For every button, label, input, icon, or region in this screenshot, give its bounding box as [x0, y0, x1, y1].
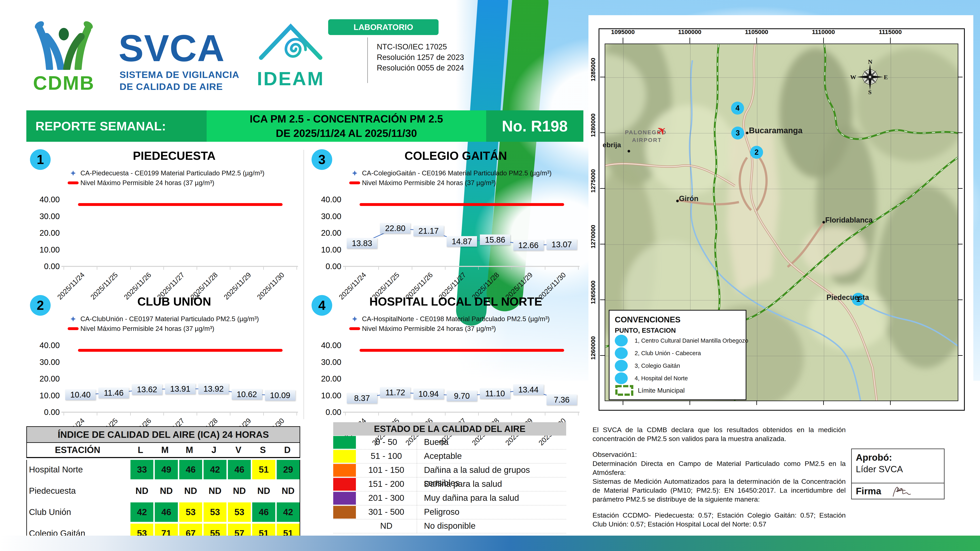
x-axis-tick — [230, 267, 230, 270]
estado-row: 201 - 300Muy dañina para la salud — [333, 491, 566, 505]
estado-label: No disponible — [417, 519, 566, 533]
ica-value-cell: ND — [155, 481, 178, 500]
estado-label: Aceptable — [417, 449, 566, 463]
y-axis-label: 10.00 — [309, 245, 341, 254]
ica-value-cell: ND — [204, 481, 226, 500]
estado-row: NDNo disponible — [333, 519, 566, 534]
map-y-tick — [958, 355, 963, 356]
data-label: 11.72 — [380, 387, 410, 398]
ica-table-body: Hospital Norte33494642465129PiedecuestaN… — [26, 460, 300, 545]
map-x-tick — [890, 400, 891, 405]
ica-value-cell: 42 — [204, 460, 226, 479]
map-y-tick — [600, 355, 605, 356]
estado-range: 0 - 50 — [356, 435, 417, 449]
cdmb-wordmark: CDMB — [30, 72, 97, 94]
map-y-tick — [958, 77, 963, 77]
report-page: CDMB SVCA SISTEMA DE VIGILANCIA DE CALID… — [0, 0, 980, 551]
observation-line2: Sistemas de Medición Automatizados para … — [592, 477, 846, 504]
chart-piedecuesta: 1 PIEDECUESTA CA-Piedecuesta - CE0199 Ma… — [26, 149, 300, 291]
ica-table-row: Hospital Norte33494642465129 — [27, 460, 299, 479]
ica-station-name: Hospital Norte — [27, 460, 129, 479]
y-axis-label: 20.00 — [27, 374, 60, 383]
legend-station-item: 1, Centro Cultural Daniel Mantilla Orbeg… — [615, 335, 748, 347]
data-label: 13.07 — [547, 239, 577, 250]
ica-value-cell: 29 — [277, 460, 299, 479]
map-place-label: Bucaramanga — [749, 126, 803, 135]
x-axis-tick — [230, 413, 230, 416]
ica-value-cell: 53 — [204, 502, 226, 522]
ica-value-cell: ND — [179, 481, 202, 500]
map-legend-subtitle: PUNTO, ESTACION — [609, 324, 746, 334]
map-y-axis-label: 1270000 — [590, 240, 597, 248]
estado-color-swatch — [333, 506, 356, 519]
ideam-logo-icon — [256, 21, 325, 67]
ica-table-row: PiedecuestaNDNDNDNDNDNDND — [27, 481, 299, 500]
station-number-badge: 1 — [30, 149, 51, 170]
series-legend-label: CA-Piedecuesta - CE0199 Material Particu… — [80, 169, 264, 177]
ica-table-title: ÍNDICE DE CALIDAD DEL AIRE (ICA) 24 HORA… — [26, 426, 300, 443]
map-place-label: Floridablanca — [825, 216, 873, 224]
threshold-legend-label: Nivel Máximo Permisible 24 horas (37 µg/… — [80, 179, 214, 187]
y-axis-label: 30.00 — [27, 357, 60, 367]
estado-label: Muy dañina para la salud — [417, 491, 566, 505]
ica-table-header: ESTACIÓNLMMJVSD — [26, 443, 300, 458]
data-label: 10.40 — [65, 389, 95, 400]
ideam-wordmark: IDEAM — [256, 68, 325, 90]
ica-value-cell: 46 — [228, 460, 251, 479]
ica-day-header: L — [128, 443, 153, 457]
y-axis-label: 40.00 — [27, 341, 60, 350]
series-line — [64, 345, 297, 412]
estado-color-swatch — [333, 436, 356, 449]
ica-value-cell: 42 — [130, 502, 153, 522]
map-station-marker-4: 4 — [731, 102, 744, 114]
map-x-tick — [623, 38, 623, 43]
chart-title: HOSPITAL LOCAL DEL NORTE — [330, 295, 581, 308]
compass-n-label: N — [868, 58, 872, 65]
threshold-dash-icon — [66, 327, 80, 330]
estado-label: Dañina a la salud de grupos sensibles — [417, 464, 566, 477]
data-label: 12.66 — [513, 240, 544, 251]
map-place-label: ebrija — [603, 141, 621, 149]
legend-station-item: 4, Hospital del Norte — [615, 372, 688, 384]
map-y-axis-label: 1265000 — [590, 296, 597, 304]
x-axis-tick — [478, 267, 479, 270]
map-y-tick — [600, 188, 605, 189]
chart-colegio-gaitan: 3 COLEGIO GAITÁN CA-ColegioGaitán - CE01… — [308, 149, 581, 291]
air-quality-state-table: ESTADO DE LA CALIDAD DEL AIRE 0 - 50Buen… — [333, 422, 566, 534]
report-number-section: No. R198 — [486, 110, 583, 142]
accreditation-resolution-1: Resolución 1257 de 2023 — [377, 53, 490, 62]
x-axis-tick — [478, 413, 479, 416]
x-axis-tick — [545, 267, 545, 270]
map-y-tick — [600, 244, 605, 245]
x-axis-tick — [379, 267, 379, 270]
map-y-tick — [600, 132, 605, 133]
report-number: No. R198 — [486, 110, 583, 142]
accreditation-standard: NTC-ISO/IEC 17025 — [377, 43, 490, 51]
y-axis-label: 0.00 — [27, 408, 60, 417]
data-label: 11.10 — [480, 388, 510, 399]
y-axis-label: 20.00 — [309, 374, 341, 383]
compass-e-label: E — [884, 74, 888, 81]
legend-station-item: 3, Colegio Gaitán — [615, 360, 680, 372]
threshold-dash-icon — [66, 181, 80, 184]
svca-subtitle-line1: SISTEMA DE VIGILANCIA — [119, 69, 239, 81]
ica-station-header: ESTACIÓN — [27, 443, 128, 457]
data-label: 21.17 — [414, 225, 444, 236]
threshold-dash-icon — [347, 181, 362, 184]
x-axis-tick — [511, 413, 512, 416]
estado-row: 51 - 100Aceptable — [333, 449, 566, 464]
map-place-dot — [676, 200, 679, 202]
y-axis-label: 0.00 — [309, 408, 341, 417]
ica-station-name: Club Unión — [27, 502, 129, 522]
ica-day-header: M — [153, 443, 177, 457]
data-label: 13.44 — [513, 384, 544, 395]
ica-value-cell: ND — [277, 481, 299, 500]
x-axis-tick — [130, 267, 130, 270]
legend-station-dot-icon — [615, 335, 628, 346]
map-place-dot — [628, 150, 630, 152]
y-axis-label: 10.00 — [27, 391, 60, 400]
threshold-legend-label: Nivel Máximo Permisible 24 horas (37 µg/… — [362, 179, 496, 187]
estado-range: 101 - 150 — [356, 464, 417, 477]
plot-area: 40.0030.0020.0010.000.008.3711.7210.949.… — [345, 345, 578, 412]
estado-color-swatch — [333, 464, 356, 477]
